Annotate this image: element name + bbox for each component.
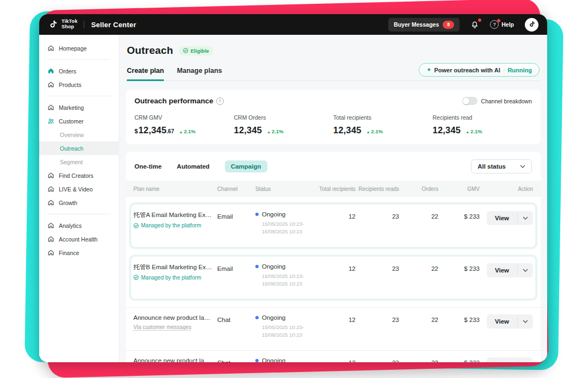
notifications-bell-button[interactable] — [470, 20, 479, 29]
gmv-value: $ 233 — [464, 360, 480, 363]
column-header-recipients-reads: Recipients reads — [356, 186, 399, 192]
plan-name: 托管A Email Marketing Exclusive Campa... — [133, 211, 213, 219]
live-video-icon — [47, 185, 54, 193]
table-row: Announce new product launchesVia custome… — [126, 307, 541, 350]
managed-check-icon — [133, 275, 139, 280]
trend-value: 2.1% — [272, 128, 284, 134]
gmv-value: $ 233 — [464, 213, 480, 220]
channel-cell: Email — [217, 263, 255, 273]
filter-tab-one-time[interactable]: One-time — [134, 160, 162, 172]
seller-center-window: TikTok Shop Seller Center Buyer Messages… — [39, 14, 547, 362]
metric-label: Recipients read — [433, 114, 532, 121]
status-date-range: 15/05/2025 10:23-15/08/2025 10:23 — [262, 324, 310, 339]
metric-trend: ▲2.1% — [465, 128, 482, 134]
tab-manage-plans[interactable]: Manage plans — [177, 64, 222, 81]
managed-by-platform-badge: Managed by the platform — [133, 275, 213, 281]
action-cell: View — [480, 357, 533, 363]
sidebar-item-overview[interactable]: Overview — [39, 128, 119, 141]
column-header-channel: Channel — [217, 186, 255, 192]
plan-type-tabs: One-timeAutomatedCampaign — [134, 160, 283, 172]
chevron-down-icon[interactable] — [518, 359, 533, 363]
filter-tab-campaign[interactable]: Campaign — [225, 160, 267, 172]
info-icon[interactable]: ? — [216, 97, 224, 105]
via-customer-messages-link[interactable]: Via customer messages — [133, 324, 213, 330]
view-split-button[interactable]: View — [487, 357, 533, 363]
chevron-down-icon[interactable] — [518, 316, 533, 327]
main-content: Outreach Eligible Create plan Manage pla… — [119, 35, 547, 362]
power-outreach-ai-button[interactable]: ✦ Power outreach with AI · Running — [419, 63, 540, 77]
view-split-button[interactable]: View — [487, 263, 533, 277]
sidebar-item-segment[interactable]: Segment — [39, 155, 119, 169]
managed-by-platform-badge: Managed by the platform — [133, 222, 213, 228]
total-recipients-value: 12 — [348, 213, 356, 220]
date-line: 15/08/2025 10:23 — [262, 331, 310, 339]
sidebar-item-growth[interactable]: Growth — [39, 196, 119, 209]
metric-value: 12,345 — [333, 125, 362, 135]
chevron-down-icon[interactable] — [518, 213, 533, 224]
account-avatar-button[interactable] — [525, 18, 538, 32]
channel-value: Email — [217, 213, 233, 220]
metric-trend: ▲2.1% — [366, 128, 383, 134]
date-line: 15/05/2025 10:23- — [262, 220, 310, 228]
sidebar-divider — [47, 96, 111, 96]
sidebar-item-outreach[interactable]: Outreach — [39, 141, 119, 155]
help-button[interactable]: ? Help — [490, 20, 514, 29]
products-icon — [47, 81, 54, 88]
sidebar-item-orders[interactable]: Orders — [39, 64, 119, 78]
buyer-messages-button[interactable]: Buyer Messages 8 — [388, 18, 460, 32]
column-header-total-recipients: Total recipients — [310, 186, 356, 192]
highlighted-row-wrap: 托管B Email Marketing Exclusive Campa...Ma… — [129, 255, 537, 301]
sidebar-item-analytics[interactable]: Analytics — [39, 219, 119, 232]
recipients-reads-cell: 23 — [356, 357, 399, 363]
metric-value: 12,345 — [433, 125, 461, 135]
date-line: 15/08/2025 10:23 — [262, 228, 310, 236]
total-recipients-cell: 12 — [310, 211, 356, 221]
metric-value-row: $12,345.67▲2.1% — [134, 125, 234, 135]
customer-icon — [47, 117, 54, 125]
metric-recipients-read: Recipients read12,345▲2.1% — [433, 114, 532, 135]
view-split-button[interactable]: View — [487, 314, 533, 329]
sidebar-item-products[interactable]: Products — [39, 78, 119, 91]
sidebar-item-marketing[interactable]: Marketing — [39, 101, 119, 114]
bell-notification-dot — [478, 18, 481, 22]
sidebar-item-finance[interactable]: Finance — [39, 246, 119, 259]
plan-name: Announce new product launches — [133, 314, 213, 321]
view-split-button[interactable]: View — [487, 211, 533, 225]
ai-button-label: Power outreach with AI — [434, 67, 500, 73]
ai-button-separator: · — [503, 67, 505, 73]
sidebar-item-label: Customer — [59, 118, 84, 125]
tiktok-shop-logo: TikTok Shop — [62, 19, 77, 30]
sidebar-item-live-video[interactable]: LIVE & Video — [39, 182, 119, 196]
gmv-value: $ 233 — [464, 265, 480, 272]
date-line: 15/08/2025 10:23 — [262, 280, 310, 288]
column-header-orders: Orders — [399, 186, 438, 192]
finance-icon — [47, 249, 54, 256]
status-dot — [255, 213, 259, 216]
chevron-down-icon[interactable] — [518, 265, 533, 276]
sidebar-item-customer[interactable]: Customer — [39, 114, 119, 128]
channel-value: Email — [217, 265, 233, 272]
status-cell: Ongoing15/05/2025 10:23-15/08/2025 10:23 — [255, 314, 310, 339]
trend-value: 2.1% — [184, 128, 196, 134]
sidebar-item-homepage[interactable]: Homepage — [39, 41, 119, 55]
metric-value: 12,345 — [138, 125, 167, 135]
topbar-divider — [84, 21, 84, 28]
metric-value-row: 12,345▲2.1% — [433, 125, 532, 135]
sidebar-item-account-health[interactable]: Account Health — [39, 232, 119, 246]
column-header-status: Status — [255, 186, 310, 192]
orders-cell: 22 — [399, 211, 438, 221]
sparkle-icon: ✦ — [426, 66, 431, 73]
metric-decimals: .67 — [167, 128, 174, 134]
recipients-reads-value: 23 — [392, 317, 399, 323]
channel-breakdown-toggle[interactable] — [462, 97, 477, 105]
recipients-reads-cell: 23 — [356, 314, 399, 324]
page-title: Outreach — [127, 45, 173, 57]
filter-tab-automated[interactable]: Automated — [177, 160, 210, 172]
chevron-down-icon — [520, 165, 525, 168]
tiktok-account-icon — [528, 21, 536, 28]
status-filter-select[interactable]: All status — [471, 159, 532, 173]
total-recipients-cell: 12 — [310, 263, 356, 273]
sidebar-item-find-creators[interactable]: Find Creators — [39, 169, 119, 182]
tab-create-plan[interactable]: Create plan — [127, 64, 164, 81]
gmv-value: $ 233 — [464, 317, 480, 323]
